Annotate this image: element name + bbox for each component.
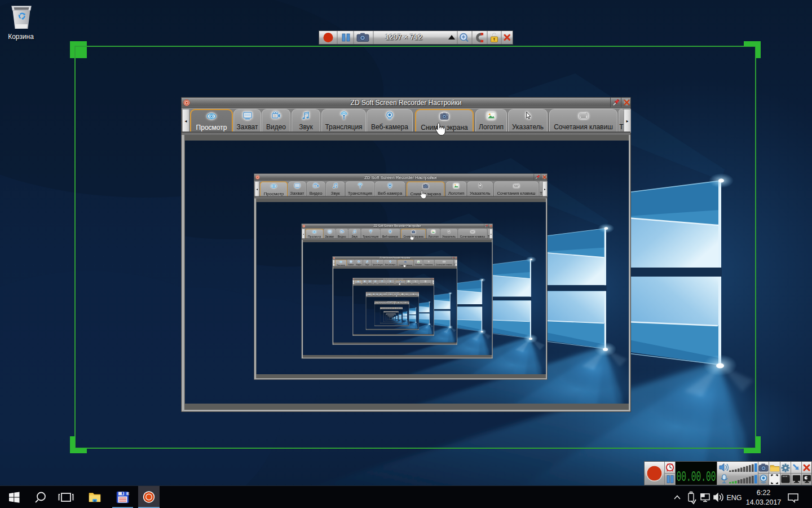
svg-text:00.00.00: 00.00.00 — [677, 468, 716, 485]
svg-text:ENG: ENG — [726, 494, 742, 502]
svg-text:E: E — [126, 491, 130, 496]
svg-text:6:22: 6:22 — [757, 489, 770, 497]
svg-text:14.03.2017: 14.03.2017 — [746, 498, 782, 506]
